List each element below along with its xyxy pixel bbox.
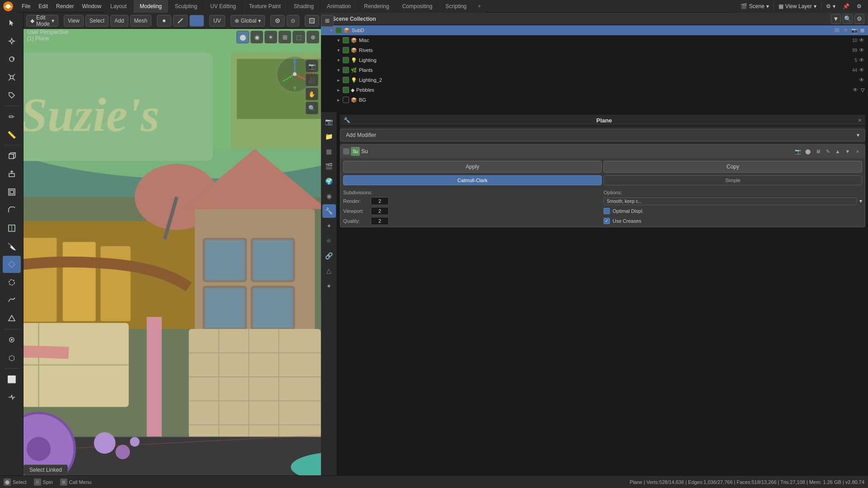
prop-object-btn[interactable]: ◉ xyxy=(322,189,336,203)
prop-constraint-btn[interactable]: 🔗 xyxy=(322,249,336,263)
outliner-filter-btn[interactable]: ▼ xyxy=(831,14,841,24)
tab-uv-editing[interactable]: UV Editing xyxy=(204,0,243,13)
menu-edit[interactable]: Edit xyxy=(35,2,52,10)
viewport-camera-btn[interactable]: 📷 xyxy=(306,60,318,72)
viewport-hand-btn[interactable]: ✋ xyxy=(306,88,318,100)
add-modifier-btn[interactable]: Add Modifier ▾ xyxy=(340,129,865,141)
toolbar-rip-region[interactable] xyxy=(3,389,21,406)
pivot-dropdown[interactable]: ⊕ Global ▾ xyxy=(231,15,265,27)
tab-layout[interactable]: Layout xyxy=(104,0,133,13)
modifier-viewport-btn[interactable]: ⬤ xyxy=(803,147,812,156)
gizmo-toggle[interactable]: ⊕ xyxy=(307,31,319,43)
prop-scene-btn[interactable]: 🎬 xyxy=(322,160,336,173)
menu-window[interactable]: Window xyxy=(78,2,105,10)
visibility-checkbox-lighting[interactable] xyxy=(343,57,349,63)
outliner-item-bg[interactable]: ▸ 📦 BG xyxy=(321,95,868,105)
visibility-checkbox-rivets[interactable] xyxy=(343,47,349,53)
prop-view-layer-btn[interactable]: ▦ xyxy=(322,145,336,158)
modifier-render-btn[interactable]: 🖥 xyxy=(813,147,822,156)
uv-btn[interactable]: UV xyxy=(209,15,225,27)
visibility-checkbox-pebbles[interactable] xyxy=(343,87,349,93)
visibility-eye-rivets[interactable]: 👁 xyxy=(859,47,864,53)
tab-texture-paint[interactable]: Texture Paint xyxy=(243,0,288,13)
visibility-checkbox-misc[interactable] xyxy=(343,37,349,43)
vertex-select-btn[interactable] xyxy=(157,15,171,27)
prop-render-btn[interactable]: 📷 xyxy=(322,115,336,128)
display-mode-material[interactable]: ◉ xyxy=(250,31,263,43)
xray-toggle[interactable] xyxy=(305,15,319,27)
toolbar-smooth[interactable] xyxy=(3,292,21,309)
face-select-btn[interactable] xyxy=(189,15,204,27)
outliner-item-misc[interactable]: ▾ 📦 Misc 10 👁 xyxy=(321,35,868,45)
outliner-item-lighting2[interactable]: ▸ 💡 Lighting_2 👁 xyxy=(321,75,868,85)
visibility-eye-plants[interactable]: 👁 xyxy=(859,67,864,73)
modifier-camera-btn[interactable]: 📷 xyxy=(793,147,802,156)
render-value[interactable]: 2 xyxy=(371,197,389,205)
camera-render-icon[interactable]: 📷 xyxy=(851,28,858,33)
toolbar-create-face[interactable]: ⬜ xyxy=(3,371,21,388)
modifier-close-btn[interactable]: × xyxy=(853,147,862,156)
blender-logo[interactable] xyxy=(0,0,16,13)
outliner-item-subd[interactable]: ▾ 📦 SubD 05 👁 📷 ⊞ xyxy=(321,25,868,35)
toolbar-inset[interactable] xyxy=(3,183,21,201)
prop-world-btn[interactable]: 🌍 xyxy=(322,174,336,188)
outliner-item-rivets[interactable]: ▾ 📦 Rivets 99 👁 xyxy=(321,45,868,55)
menu-render[interactable]: Render xyxy=(52,2,77,10)
toolbar-scale[interactable] xyxy=(3,69,21,86)
use-creases-checkbox[interactable]: ✓ xyxy=(604,218,610,224)
snapping-btn[interactable] xyxy=(270,15,285,27)
outliner-item-lighting[interactable]: ▾ 💡 Lighting 5 👁 xyxy=(321,55,868,65)
quality-value[interactable]: 2 xyxy=(371,217,389,225)
toolbar-edge-slide[interactable] xyxy=(3,310,21,327)
main-viewport[interactable]: Suzie's xyxy=(24,29,321,475)
modifier-copy-btn[interactable]: Copy xyxy=(604,161,862,173)
add-menu[interactable]: Add xyxy=(110,15,128,27)
visibility-checkbox[interactable] xyxy=(335,27,342,33)
toolbar-bevel[interactable] xyxy=(3,202,21,219)
visibility-eye-pebbles[interactable]: 👁 xyxy=(853,87,858,93)
view-menu[interactable]: View xyxy=(64,15,84,27)
visibility-checkbox-bg[interactable] xyxy=(343,97,349,103)
prop-output-btn[interactable]: 📁 xyxy=(322,130,336,143)
toolbar-spin[interactable] xyxy=(3,274,21,291)
toolbar-shrink-fatten[interactable] xyxy=(3,331,21,348)
tab-scripting[interactable]: Scripting xyxy=(439,0,473,13)
display-mode-rendered[interactable]: ☀ xyxy=(264,31,277,43)
visibility-eye-misc[interactable]: 👁 xyxy=(859,37,864,43)
visibility-checkbox-plants[interactable] xyxy=(343,67,349,73)
tab-compositing[interactable]: Compositing xyxy=(396,0,439,13)
visibility-eye-lighting[interactable]: 👁 xyxy=(859,57,864,63)
engine-selector[interactable]: ⚙ ▾ xyxy=(823,2,838,10)
toolbar-move[interactable] xyxy=(3,33,21,50)
toolbar-measure[interactable]: 📏 xyxy=(3,126,21,143)
menu-file[interactable]: File xyxy=(18,2,34,10)
outliner-search-btn[interactable]: 🔍 xyxy=(843,14,853,24)
prop-modifier-btn active[interactable]: 🔧 xyxy=(322,204,336,218)
toolbar-poly-build[interactable] xyxy=(3,256,21,273)
toolbar-loop-cut[interactable] xyxy=(3,220,21,237)
settings-btn[interactable]: ⚙ xyxy=(854,2,864,10)
toolbar-transform[interactable] xyxy=(3,87,21,104)
tab-shading[interactable]: Shading xyxy=(288,0,321,13)
toolbar-shear[interactable]: ⬡ xyxy=(3,349,21,366)
pin-btn[interactable]: 📌 xyxy=(840,2,852,10)
toolbar-rotate[interactable] xyxy=(3,51,21,68)
tab-rendering[interactable]: Rendering xyxy=(358,0,396,13)
prop-physics-btn[interactable]: ⚛ xyxy=(322,234,336,248)
toolbar-knife[interactable]: 🔪 xyxy=(3,238,21,255)
exclude-icon[interactable]: ⊞ xyxy=(860,28,864,33)
viewport-render-btn[interactable]: 🎥 xyxy=(306,74,318,86)
proportional-btn[interactable]: ⊙ xyxy=(287,15,299,27)
select-menu[interactable]: Select xyxy=(85,15,108,27)
add-workspace-tab[interactable]: + xyxy=(473,0,486,13)
scene-selector[interactable]: 🎬 Scene ▾ xyxy=(738,2,772,10)
visibility-checkbox-lighting2[interactable] xyxy=(343,77,349,83)
prop-data-btn[interactable]: △ xyxy=(322,264,336,277)
tab-animation[interactable]: Animation xyxy=(321,0,358,13)
view-layer-selector[interactable]: ▦ View Layer ▾ xyxy=(776,2,819,10)
modifier-up-btn[interactable]: ▲ xyxy=(833,147,842,156)
toolbar-annotate[interactable]: ✏ xyxy=(3,108,21,125)
outliner-item-pebbles[interactable]: ▸ ◆ Pebbles 👁 ▽ xyxy=(321,85,868,95)
modifier-apply-btn[interactable]: Apply xyxy=(343,161,602,173)
smooth-dropdown[interactable]: Smooth, keep c... xyxy=(604,197,857,205)
